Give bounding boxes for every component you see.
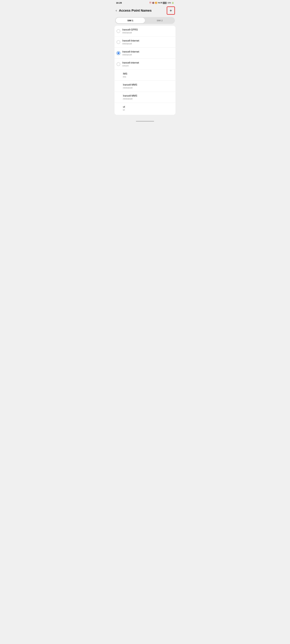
bottom-bar: [113, 118, 177, 123]
header: ‹ Access Point Names +: [113, 5, 177, 16]
apn-item-5[interactable]: Irancell-MMS mtnirancell: [115, 81, 175, 92]
apn-sub-3: cmcom: [122, 64, 139, 67]
bottom-handle: [136, 121, 154, 122]
radio-btn-3[interactable]: [117, 62, 120, 66]
apn-text-7: ut ut: [123, 106, 125, 111]
apn-text-4: IMS ims: [123, 72, 127, 78]
apn-text-1: Irancell-Internet mtnirancell: [122, 40, 139, 45]
battery-icon: 🔋: [172, 2, 174, 4]
apn-text-3: Irancell-internet cmcom: [122, 62, 139, 67]
battery-text: 43%: [167, 2, 171, 4]
apn-item-0[interactable]: Irancell-GPRS mtnirancell: [115, 26, 175, 37]
apn-item-1[interactable]: Irancell-Internet mtnirancell: [115, 37, 175, 48]
apn-text-2: Irancell-Internet mtnirancell: [122, 50, 139, 56]
sim2-tab[interactable]: SIM 2: [145, 18, 174, 23]
alarm-icon: ⏰: [149, 2, 151, 4]
apn-sub-0: mtnirancell: [122, 32, 138, 34]
sim-tabs: SIM 1 SIM 2: [115, 17, 175, 24]
status-bar: 16:29 ⏰ 🔇 📶 VoLTE ▌▌▌ 43% 🔋: [113, 0, 177, 5]
apn-item-4[interactable]: IMS ims: [115, 70, 175, 81]
apn-name-6: Irancell-MMS: [123, 94, 137, 97]
apn-sub-6: mtnirancell: [123, 98, 137, 100]
apn-name-4: IMS: [123, 72, 127, 75]
header-left: ‹ Access Point Names: [115, 8, 152, 13]
apn-sub-7: ut: [123, 109, 125, 111]
apn-list: Irancell-GPRS mtnirancell Irancell-Inter…: [115, 26, 175, 115]
apn-item-2[interactable]: Irancell-Internet mtnirancell: [115, 48, 175, 59]
radio-btn-2[interactable]: [117, 51, 120, 55]
radio-btn-1[interactable]: [117, 40, 120, 44]
apn-sub-4: ims: [123, 76, 127, 78]
signal-icon-1: ▌▌▌: [163, 2, 167, 4]
apn-sub-5: mtnirancell: [123, 87, 137, 89]
apn-name-5: Irancell-MMS: [123, 84, 137, 86]
page-title: Access Point Names: [119, 8, 151, 12]
apn-text-0: Irancell-GPRS mtnirancell: [122, 28, 138, 34]
apn-text-6: Irancell-MMS mtnirancell: [123, 94, 137, 100]
apn-name-3: Irancell-internet: [122, 62, 139, 64]
back-button[interactable]: ‹: [115, 8, 118, 13]
apn-name-1: Irancell-Internet: [122, 40, 139, 42]
apn-text-5: Irancell-MMS mtnirancell: [123, 84, 137, 89]
add-button-wrapper: +: [167, 6, 175, 15]
apn-item-6[interactable]: Irancell-MMS mtnirancell: [115, 92, 175, 103]
add-apn-button[interactable]: +: [167, 7, 174, 14]
apn-item-7[interactable]: ut ut: [115, 103, 175, 114]
apn-name-0: Irancell-GPRS: [122, 28, 138, 31]
apn-name-2: Irancell-Internet: [122, 50, 139, 53]
radio-inner-2: [118, 52, 119, 54]
status-icons: ⏰ 🔇 📶 VoLTE ▌▌▌ 43% 🔋: [149, 2, 174, 4]
radio-btn-0[interactable]: [117, 29, 120, 33]
apn-sub-2: mtnirancell: [122, 54, 139, 56]
sim1-tab[interactable]: SIM 1: [116, 18, 145, 23]
wifi-icon: 📶: [155, 2, 157, 4]
apn-item-3[interactable]: Irancell-internet cmcom: [115, 59, 175, 70]
mute-icon: 🔇: [152, 2, 154, 4]
status-time: 16:29: [116, 2, 122, 4]
apn-sub-1: mtnirancell: [122, 42, 139, 45]
apn-name-7: ut: [123, 106, 125, 108]
volte-icon: VoLTE: [158, 2, 162, 4]
